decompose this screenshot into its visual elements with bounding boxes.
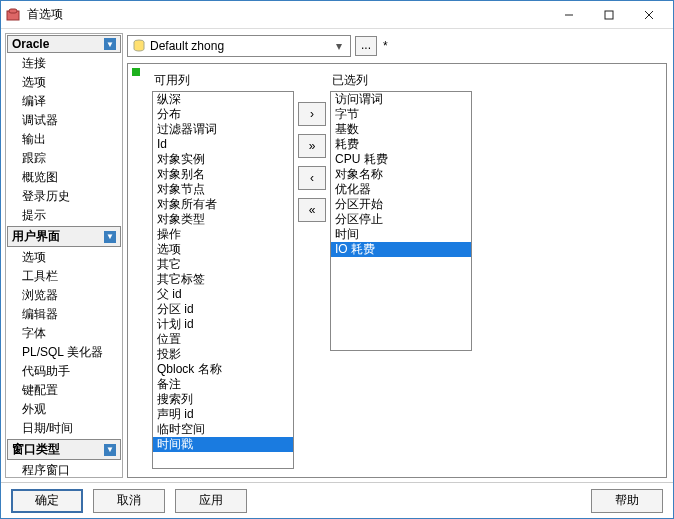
move-buttons: › » ‹ « (298, 72, 326, 469)
category-item[interactable]: 选项 (6, 248, 122, 267)
list-item[interactable]: 位置 (153, 332, 293, 347)
move-left-button[interactable]: ‹ (298, 166, 326, 190)
status-indicator (132, 68, 140, 76)
category-item[interactable]: 程序窗口 (6, 461, 122, 478)
available-label: 可用列 (152, 72, 294, 89)
list-item[interactable]: 分布 (153, 107, 293, 122)
list-item[interactable]: CPU 耗费 (331, 152, 471, 167)
chevron-down-icon: ▼ (104, 38, 116, 50)
list-item[interactable]: 时间 (331, 227, 471, 242)
list-item[interactable]: 基数 (331, 122, 471, 137)
move-all-right-button[interactable]: » (298, 134, 326, 158)
list-item[interactable]: 对象所有者 (153, 197, 293, 212)
cancel-button[interactable]: 取消 (93, 489, 165, 513)
profile-row: Default zhong ▾ ... * (127, 33, 667, 59)
category-item[interactable]: 浏览器 (6, 286, 122, 305)
list-item[interactable]: 选项 (153, 242, 293, 257)
main-area: Default zhong ▾ ... * 可用列 纵深分布过滤器谓词Id对象实… (123, 29, 673, 482)
list-item[interactable]: 字节 (331, 107, 471, 122)
category-item[interactable]: 键配置 (6, 381, 122, 400)
close-button[interactable] (629, 3, 669, 27)
category-item[interactable]: 概览图 (6, 168, 122, 187)
list-item[interactable]: 投影 (153, 347, 293, 362)
list-item[interactable]: 搜索列 (153, 392, 293, 407)
category-item[interactable]: 编译 (6, 92, 122, 111)
category-item[interactable]: 日期/时间 (6, 419, 122, 438)
svg-rect-1 (9, 9, 17, 13)
list-item[interactable]: 对象别名 (153, 167, 293, 182)
profile-browse-button[interactable]: ... (355, 36, 377, 56)
list-item[interactable]: 纵深 (153, 92, 293, 107)
category-item[interactable]: 选项 (6, 73, 122, 92)
apply-button[interactable]: 应用 (175, 489, 247, 513)
modified-indicator: * (381, 39, 388, 53)
list-item[interactable]: 访问谓词 (331, 92, 471, 107)
list-item[interactable]: Id (153, 137, 293, 152)
category-item[interactable]: 字体 (6, 324, 122, 343)
list-item[interactable]: 声明 id (153, 407, 293, 422)
list-item[interactable]: 操作 (153, 227, 293, 242)
maximize-button[interactable] (589, 3, 629, 27)
category-item[interactable]: 外观 (6, 400, 122, 419)
list-item[interactable]: 备注 (153, 377, 293, 392)
list-item[interactable]: 优化器 (331, 182, 471, 197)
list-item[interactable]: 时间戳 (153, 437, 293, 452)
available-listbox[interactable]: 纵深分布过滤器谓词Id对象实例对象别名对象节点对象所有者对象类型操作选项其它其它… (152, 91, 294, 469)
move-all-left-button[interactable]: « (298, 198, 326, 222)
list-item[interactable]: 分区停止 (331, 212, 471, 227)
category-item[interactable]: 代码助手 (6, 362, 122, 381)
footer: 确定 取消 应用 帮助 (1, 482, 673, 518)
app-icon (5, 7, 21, 23)
list-item[interactable]: 其它 (153, 257, 293, 272)
window-title: 首选项 (27, 6, 549, 23)
list-item[interactable]: 其它标签 (153, 272, 293, 287)
list-item[interactable]: 临时空间 (153, 422, 293, 437)
list-item[interactable]: 分区 id (153, 302, 293, 317)
list-item[interactable]: 对象名称 (331, 167, 471, 182)
chevron-down-icon: ▾ (332, 39, 346, 53)
category-item[interactable]: 跟踪 (6, 149, 122, 168)
list-item[interactable]: 过滤器谓词 (153, 122, 293, 137)
chevron-down-icon: ▼ (104, 444, 116, 456)
list-item[interactable]: 对象节点 (153, 182, 293, 197)
chevron-down-icon: ▼ (104, 231, 116, 243)
category-item[interactable]: 连接 (6, 54, 122, 73)
category-item[interactable]: 调试器 (6, 111, 122, 130)
list-item[interactable]: 对象实例 (153, 152, 293, 167)
category-tree[interactable]: Oracle▼连接选项编译调试器输出跟踪概览图登录历史提示用户界面▼选项工具栏浏… (5, 33, 123, 478)
category-header[interactable]: 窗口类型▼ (7, 439, 121, 460)
content: Oracle▼连接选项编译调试器输出跟踪概览图登录历史提示用户界面▼选项工具栏浏… (1, 29, 673, 482)
svg-rect-3 (605, 11, 613, 19)
category-item[interactable]: 提示 (6, 206, 122, 225)
category-header[interactable]: Oracle▼ (7, 35, 121, 53)
list-item[interactable]: 分区开始 (331, 197, 471, 212)
category-item[interactable]: PL/SQL 美化器 (6, 343, 122, 362)
profile-selected: Default zhong (150, 39, 332, 53)
category-item[interactable]: 登录历史 (6, 187, 122, 206)
category-item[interactable]: 编辑器 (6, 305, 122, 324)
columns-panel: 可用列 纵深分布过滤器谓词Id对象实例对象别名对象节点对象所有者对象类型操作选项… (127, 63, 667, 478)
list-item[interactable]: 父 id (153, 287, 293, 302)
database-icon (132, 39, 146, 53)
category-item[interactable]: 工具栏 (6, 267, 122, 286)
minimize-button[interactable] (549, 3, 589, 27)
category-header[interactable]: 用户界面▼ (7, 226, 121, 247)
list-item[interactable]: IO 耗费 (331, 242, 471, 257)
help-button[interactable]: 帮助 (591, 489, 663, 513)
titlebar: 首选项 (1, 1, 673, 29)
list-item[interactable]: 计划 id (153, 317, 293, 332)
list-item[interactable]: Qblock 名称 (153, 362, 293, 377)
selected-label: 已选列 (330, 72, 472, 89)
category-item[interactable]: 输出 (6, 130, 122, 149)
selected-listbox[interactable]: 访问谓词字节基数耗费CPU 耗费对象名称优化器分区开始分区停止时间IO 耗费 (330, 91, 472, 351)
move-right-button[interactable]: › (298, 102, 326, 126)
list-item[interactable]: 耗费 (331, 137, 471, 152)
list-item[interactable]: 对象类型 (153, 212, 293, 227)
ok-button[interactable]: 确定 (11, 489, 83, 513)
profile-combo[interactable]: Default zhong ▾ (127, 35, 351, 57)
